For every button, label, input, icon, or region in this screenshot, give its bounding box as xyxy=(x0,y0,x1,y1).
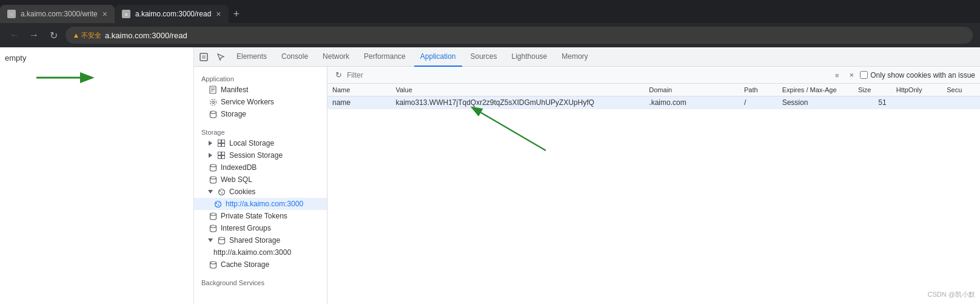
svg-point-28 xyxy=(210,225,216,228)
sidebar-item-shared-storage[interactable]: Shared Storage xyxy=(194,234,327,246)
tab-read[interactable]: a a.kaimo.com:3000/read × xyxy=(115,5,229,23)
address-bar: ← → ↻ ▲ 不安全 a.kaimo.com:3000/read xyxy=(0,23,980,47)
cell-domain: .kaimo.com xyxy=(644,96,739,109)
back-button[interactable]: ← xyxy=(7,28,22,42)
sidebar-item-cookies-url[interactable]: http://a.kaimo.com:3000 xyxy=(194,198,327,210)
sidebar-item-private-state[interactable]: Private State Tokens xyxy=(194,210,327,222)
svg-point-8 xyxy=(210,111,216,113)
filter-refresh-button[interactable]: ↻ xyxy=(332,69,344,81)
svg-rect-1 xyxy=(202,55,206,59)
tab-bar: a a.kaimo.com:3000/write × a a.kaimo.com… xyxy=(0,0,980,23)
grid-icon-session xyxy=(217,151,226,160)
cell-sec xyxy=(942,96,980,109)
cell-value: kaimo313.WWH17jTqdQxr2z9tqZ5sXIDGmUhUPyZ… xyxy=(391,96,644,109)
cookie-icon xyxy=(217,187,226,196)
tab-lighthouse[interactable]: Lighthouse xyxy=(506,47,554,67)
svg-point-7 xyxy=(210,99,216,105)
sidebar-item-indexeddb[interactable]: IndexedDB xyxy=(194,161,327,174)
tab-write[interactable]: a a.kaimo.com:3000/write × xyxy=(0,5,115,23)
refresh-button[interactable]: ↻ xyxy=(46,28,61,42)
svg-point-18 xyxy=(210,177,216,179)
tab-network[interactable]: Network xyxy=(317,47,355,67)
svg-point-19 xyxy=(218,189,224,195)
sidebar-item-web-sql[interactable]: Web SQL xyxy=(194,174,327,186)
devtools-toggle-button[interactable] xyxy=(196,50,211,64)
devtools-body: Application Manifest Service Workers xyxy=(194,67,980,304)
svg-point-22 xyxy=(221,192,223,194)
forward-button[interactable]: → xyxy=(27,28,41,42)
col-header-sec[interactable]: Secu xyxy=(942,84,980,96)
sidebar-item-session-storage[interactable]: Session Storage xyxy=(194,149,327,161)
address-text: a.kaimo.com:3000/read xyxy=(105,31,187,40)
tab-memory[interactable]: Memory xyxy=(555,47,594,67)
tab-console[interactable]: Console xyxy=(275,47,314,67)
col-header-expires[interactable]: Expires / Max-Age xyxy=(777,84,853,96)
col-header-name[interactable]: Name xyxy=(327,84,391,96)
table-header-row: Name Value Domain Path Expires / Max-Age… xyxy=(327,84,980,96)
cookie-table: Name Value Domain Path Expires / Max-Age… xyxy=(327,84,980,109)
tab-read-close[interactable]: × xyxy=(216,10,221,18)
filter-input[interactable] xyxy=(347,71,828,79)
sidebar: Application Manifest Service Workers xyxy=(194,67,327,304)
security-warning: ▲ 不安全 xyxy=(73,31,101,40)
devtools-panel: Elements Console Network Performance App… xyxy=(194,47,980,304)
svg-rect-11 xyxy=(218,144,221,147)
db-icon-cache xyxy=(209,260,217,269)
cell-expires: Session xyxy=(777,96,853,109)
table-row[interactable]: name kaimo313.WWH17jTqdQxr2z9tqZ5sXIDGmU… xyxy=(327,96,980,109)
tab-application[interactable]: Application xyxy=(414,47,462,67)
col-header-size[interactable]: Size xyxy=(853,84,891,96)
tab-write-favicon: a xyxy=(7,10,16,18)
db-icon-interest xyxy=(209,224,217,232)
expand-icon-cookies xyxy=(208,190,213,194)
svg-point-24 xyxy=(216,203,217,204)
filter-clear-button[interactable]: ≡ xyxy=(831,69,843,81)
main-area: empty Elements Console Network Performan… xyxy=(0,47,980,304)
col-header-domain[interactable]: Domain xyxy=(644,84,739,96)
address-input[interactable]: ▲ 不安全 a.kaimo.com:3000/read xyxy=(65,27,973,44)
private-state-label: Private State Tokens xyxy=(221,212,287,220)
sidebar-item-shared-storage-url[interactable]: http://a.kaimo.com:3000 xyxy=(194,246,327,258)
tab-elements[interactable]: Elements xyxy=(230,47,273,67)
svg-point-26 xyxy=(218,204,219,206)
grid-icon-local xyxy=(217,139,226,147)
shared-storage-label: Shared Storage xyxy=(229,236,280,245)
sidebar-storage-label: Storage xyxy=(194,125,327,137)
sidebar-item-cookies[interactable]: Cookies xyxy=(194,186,327,198)
filter-checkbox[interactable] xyxy=(860,71,868,79)
svg-point-21 xyxy=(222,190,223,191)
cookies-label: Cookies xyxy=(229,187,255,196)
expand-icon-local xyxy=(209,141,212,146)
tab-performance[interactable]: Performance xyxy=(358,47,412,67)
svg-point-25 xyxy=(218,202,220,203)
col-header-path[interactable]: Path xyxy=(739,84,777,96)
tab-read-title: a.kaimo.com:3000/read xyxy=(135,10,211,18)
sidebar-item-manifest[interactable]: Manifest xyxy=(194,84,327,96)
svg-rect-9 xyxy=(218,140,221,143)
db-icon-shared xyxy=(217,236,226,245)
cache-storage-label: Cache Storage xyxy=(221,260,269,269)
indexeddb-label: IndexedDB xyxy=(221,163,257,172)
col-header-httponly[interactable]: HttpOnly xyxy=(891,84,942,96)
sidebar-item-storage-app[interactable]: Storage xyxy=(194,108,327,120)
col-header-value[interactable]: Value xyxy=(391,84,644,96)
page-content: empty xyxy=(0,47,194,304)
sidebar-background-label: Background Services xyxy=(194,275,327,288)
local-storage-label: Local Storage xyxy=(229,139,274,147)
tab-sources[interactable]: Sources xyxy=(465,47,503,67)
new-tab-button[interactable]: + xyxy=(229,5,245,23)
tab-write-close[interactable]: × xyxy=(102,10,107,18)
shared-storage-url-label: http://a.kaimo.com:3000 xyxy=(213,248,291,257)
storage-app-label: Storage xyxy=(221,110,246,118)
tab-read-favicon: a xyxy=(122,10,130,18)
sidebar-item-service-workers[interactable]: Service Workers xyxy=(194,96,327,108)
sidebar-item-cache-storage[interactable]: Cache Storage xyxy=(194,258,327,271)
svg-point-29 xyxy=(218,237,224,240)
sidebar-item-interest-groups[interactable]: Interest Groups xyxy=(194,222,327,234)
devtools-inspect-button[interactable] xyxy=(213,50,228,64)
filter-bar: ↻ ≡ × Only show cookies with an issue xyxy=(327,67,980,84)
sidebar-item-local-storage[interactable]: Local Storage xyxy=(194,137,327,149)
filter-x-button[interactable]: × xyxy=(845,69,858,81)
web-sql-label: Web SQL xyxy=(221,175,252,184)
cookie-url-icon xyxy=(213,200,222,208)
